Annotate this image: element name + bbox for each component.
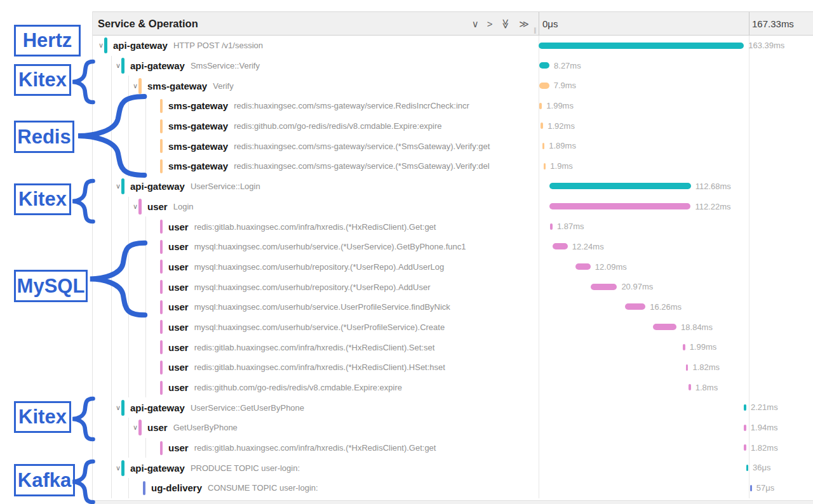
trace-row[interactable]: ∨sms-gatewayVerify7.9ms <box>93 76 813 96</box>
trace-row[interactable]: ∨api-gatewayHTTP POST /v1/session163.39m… <box>93 36 813 56</box>
trace-row[interactable]: usermysql:huaxingsec.com/userhub/service… <box>93 237 813 257</box>
span-duration-bar[interactable] <box>575 263 591 270</box>
annotation-label-kafka: Kafka <box>14 464 75 496</box>
span-name-area: ∨sms-gatewayVerify <box>93 76 539 96</box>
trace-row[interactable]: sms-gatewayredis:huaxingsec.com/sms-gate… <box>93 156 813 176</box>
timeline-start-gridline <box>539 257 539 277</box>
trace-row[interactable]: ug-deliveryCONSUME TOPIC user-login:57μs <box>93 478 813 498</box>
span-operation-name: HTTP POST /v1/session <box>173 41 263 50</box>
timeline-start-gridline <box>539 197 539 217</box>
span-duration-bar[interactable] <box>746 465 748 471</box>
collapse-one-icon[interactable]: ∨ <box>472 19 479 29</box>
span-duration-bar[interactable] <box>549 203 690 209</box>
trace-row[interactable]: usermysql:huaxingsec.com/userhub/reposit… <box>93 257 813 277</box>
span-duration-bar[interactable] <box>553 243 568 249</box>
span-duration-bar[interactable] <box>539 103 542 109</box>
chevron-down-icon[interactable]: ∨ <box>115 62 121 69</box>
span-operation-name: redis:huaxingsec.com/sms-gateway/service… <box>234 142 490 151</box>
span-duration-label: 1.9ms <box>550 161 572 171</box>
collapse-all-icon[interactable]: ≫ <box>501 19 511 29</box>
span-color-strip <box>138 420 142 435</box>
span-name-area: ug-deliveryCONSUME TOPIC user-login: <box>93 478 539 498</box>
span-operation-name: PRODUCE TOPIC user-login: <box>191 463 300 473</box>
annotation-brace <box>71 397 94 441</box>
span-name-area: usermysql:huaxingsec.com/userhub/reposit… <box>93 277 539 297</box>
chevron-down-icon[interactable]: ∨ <box>115 465 121 472</box>
span-name-area: userredis:gitlab.huaxingsec.com/infra/hx… <box>93 438 539 458</box>
span-duration-bar[interactable] <box>744 404 746 411</box>
span-service-name: api-gateway <box>130 463 185 474</box>
span-duration-label: 112.22ms <box>695 202 730 211</box>
span-duration-bar[interactable] <box>744 425 746 431</box>
span-timeline-area: 57μs <box>539 478 813 498</box>
span-duration-bar[interactable] <box>653 324 676 330</box>
annotation-brace <box>74 94 147 178</box>
trace-row[interactable]: userredis:gitlab.huaxingsec.com/infra/hx… <box>93 357 813 378</box>
span-timeline-area: 112.22ms <box>539 197 813 217</box>
chevron-down-icon[interactable]: ∨ <box>132 424 138 431</box>
trace-row[interactable]: userredis:gitlab.huaxingsec.com/infra/hx… <box>93 438 813 458</box>
span-duration-bar[interactable] <box>683 344 685 350</box>
span-service-name: user <box>168 282 189 293</box>
timeline-start-gridline <box>539 156 539 176</box>
span-duration-label: 1.99ms <box>690 342 717 352</box>
span-duration-label: 8.27ms <box>554 61 581 70</box>
span-operation-name: UserService::GetUserByPhone <box>191 403 304 413</box>
trace-row[interactable]: ∨api-gatewayPRODUCE TOPIC user-login:36μ… <box>93 458 813 478</box>
span-duration-label: 57μs <box>756 483 774 493</box>
timeline-end-gridline <box>749 257 749 277</box>
span-duration-bar[interactable] <box>625 303 645 310</box>
timeline-start-gridline <box>539 277 539 297</box>
span-duration-bar[interactable] <box>686 364 689 371</box>
span-duration-bar[interactable] <box>539 62 549 69</box>
chevron-down-icon[interactable]: ∨ <box>115 404 121 411</box>
span-duration-bar[interactable] <box>542 143 545 149</box>
chevron-down-icon[interactable]: ∨ <box>132 203 138 210</box>
chevron-down-icon[interactable]: ∨ <box>98 42 104 49</box>
column-divider[interactable] <box>539 12 539 35</box>
span-duration-bar[interactable] <box>541 123 543 129</box>
trace-row[interactable]: userredis:gitlab.huaxingsec.com/infra/hx… <box>93 216 813 237</box>
span-operation-name: mysql:huaxingsec.com/userhub/service.Use… <box>194 302 450 312</box>
trace-row[interactable]: usermysql:huaxingsec.com/userhub/service… <box>93 317 813 338</box>
span-timeline-area: 1.8ms <box>539 378 813 398</box>
trace-row[interactable]: ∨userLogin112.22ms <box>93 197 813 217</box>
trace-row[interactable]: ∨userGetUserByPhone1.94ms <box>93 418 813 438</box>
span-color-strip <box>160 300 163 314</box>
trace-row[interactable]: sms-gatewayredis:github.com/go-redis/red… <box>93 116 813 136</box>
trace-row[interactable]: ∨api-gatewaySmsService::Verify8.27ms <box>93 56 813 76</box>
span-duration-bar[interactable] <box>544 163 546 169</box>
trace-row[interactable]: ∨api-gatewayUserService::Login112.68ms <box>93 176 813 197</box>
chevron-down-icon[interactable]: ∨ <box>115 183 121 190</box>
timeline-end-gridline <box>749 176 749 197</box>
span-name-area: ∨api-gatewaySmsService::Verify <box>93 56 539 76</box>
span-duration-bar[interactable] <box>744 444 746 451</box>
column-resize-handle[interactable]: ∥ <box>534 27 537 34</box>
trace-row[interactable]: usermysql:huaxingsec.com/userhub/reposit… <box>93 277 813 297</box>
trace-row[interactable]: userredis:gitlab.huaxingsec.com/infra/hx… <box>93 337 813 357</box>
trace-row[interactable]: sms-gatewayredis:huaxingsec.com/sms-gate… <box>93 136 813 156</box>
span-duration-bar[interactable] <box>591 284 617 290</box>
timeline-end-tick-label: 167.33ms <box>752 18 794 29</box>
span-duration-bar[interactable] <box>750 485 752 491</box>
chevron-down-icon[interactable]: ∨ <box>132 83 138 90</box>
span-timeline-area: 1.82ms <box>539 357 813 378</box>
span-service-name: user <box>168 342 189 353</box>
expand-one-icon[interactable]: > <box>487 19 493 29</box>
span-duration-label: 12.24ms <box>572 242 604 251</box>
span-operation-name: redis:github.com/go-redis/redis/v8.cmdab… <box>234 121 441 131</box>
annotation-label-mysql: MySQL <box>14 270 88 302</box>
trace-row[interactable]: ∨api-gatewayUserService::GetUserByPhone2… <box>93 397 813 418</box>
span-duration-bar[interactable] <box>539 83 549 89</box>
span-duration-bar[interactable] <box>550 223 553 230</box>
trace-row[interactable]: sms-gatewayredis:huaxingsec.com/sms-gate… <box>93 96 813 116</box>
span-duration-bar[interactable] <box>539 43 744 49</box>
span-operation-name: mysql:huaxingsec.com/userhub/service.(*U… <box>194 322 445 332</box>
span-timeline-area: 1.94ms <box>539 418 813 438</box>
span-timeline-area: 8.27ms <box>539 56 813 76</box>
span-duration-bar[interactable] <box>549 183 691 189</box>
expand-all-icon[interactable]: ≫ <box>519 19 529 29</box>
trace-row[interactable]: userredis:github.com/go-redis/redis/v8.c… <box>93 378 813 398</box>
span-duration-bar[interactable] <box>689 384 691 390</box>
trace-row[interactable]: usermysql:huaxingsec.com/userhub/service… <box>93 297 813 317</box>
